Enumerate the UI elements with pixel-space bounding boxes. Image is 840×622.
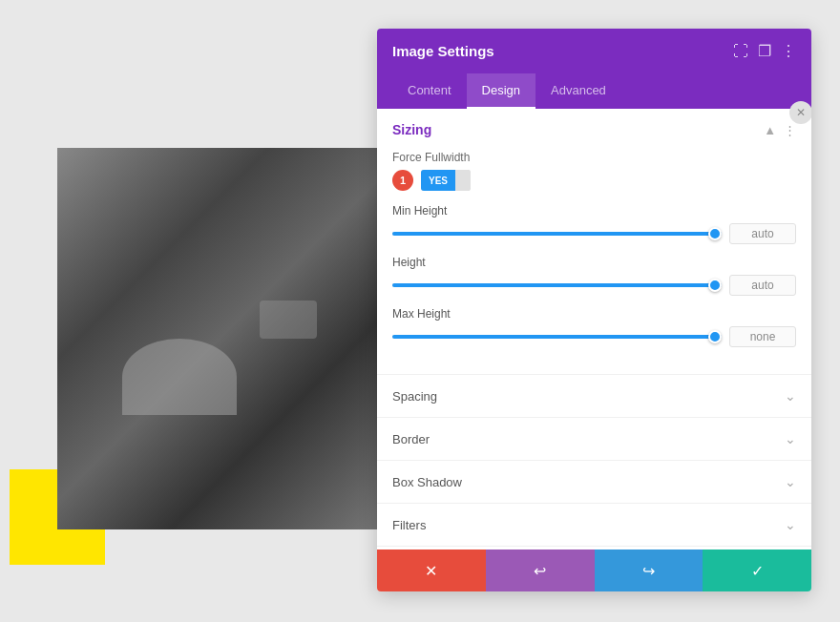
box-shadow-section[interactable]: Box Shadow ⌄ bbox=[377, 461, 811, 504]
tab-design[interactable]: Design bbox=[467, 73, 536, 109]
min-height-control bbox=[392, 223, 796, 244]
spacing-chevron: ⌄ bbox=[785, 388, 796, 404]
min-height-row: Min Height bbox=[392, 204, 796, 244]
max-height-row: Max Height bbox=[392, 307, 796, 347]
height-fill bbox=[392, 283, 722, 287]
panel-header: Image Settings ⛶ ❐ ⋮ bbox=[377, 29, 811, 73]
min-height-thumb[interactable] bbox=[708, 227, 722, 240]
max-height-track[interactable] bbox=[392, 335, 722, 339]
undo-icon: ↩ bbox=[534, 562, 546, 580]
sizing-collapse-icon[interactable]: ▲ bbox=[764, 123, 776, 137]
border-label: Border bbox=[392, 432, 430, 446]
max-height-thumb[interactable] bbox=[708, 330, 722, 343]
max-height-fill bbox=[392, 335, 722, 339]
sizing-more-icon[interactable]: ⋮ bbox=[784, 123, 796, 137]
height-track[interactable] bbox=[392, 283, 722, 287]
toggle-switch[interactable]: YES bbox=[421, 170, 471, 191]
kitchen-image-inner bbox=[57, 148, 382, 529]
close-button[interactable]: ✕ bbox=[789, 101, 811, 124]
filters-label: Filters bbox=[392, 518, 426, 532]
undo-button[interactable]: ↩ bbox=[486, 549, 595, 591]
sizing-title: Sizing bbox=[392, 122, 431, 137]
cancel-button[interactable]: ✕ bbox=[377, 549, 486, 591]
panel-title: Image Settings bbox=[392, 43, 494, 59]
panel-footer: ✕ ↩ ↪ ✓ bbox=[377, 549, 811, 591]
filters-chevron: ⌄ bbox=[785, 517, 796, 532]
kitchen-image bbox=[57, 148, 382, 529]
height-label: Height bbox=[392, 256, 796, 269]
panel-content[interactable]: Sizing ▲ ⋮ Force Fullwidth 1 YES bbox=[377, 109, 811, 549]
force-fullwidth-label: Force Fullwidth bbox=[392, 151, 796, 164]
max-height-control bbox=[392, 326, 796, 347]
filters-section[interactable]: Filters ⌄ bbox=[377, 504, 811, 547]
min-height-label: Min Height bbox=[392, 204, 796, 218]
border-chevron: ⌄ bbox=[785, 431, 796, 446]
min-height-fill bbox=[392, 232, 722, 236]
spacing-section[interactable]: Spacing ⌄ bbox=[377, 375, 811, 418]
tab-advanced[interactable]: Advanced bbox=[536, 73, 621, 109]
redo-button[interactable]: ↪ bbox=[595, 549, 704, 591]
save-icon: ✓ bbox=[751, 562, 764, 580]
height-thumb[interactable] bbox=[708, 279, 722, 292]
border-section[interactable]: Border ⌄ bbox=[377, 418, 811, 461]
sizing-content: Force Fullwidth 1 YES Min Height bbox=[377, 151, 811, 374]
duplicate-icon[interactable]: ❐ bbox=[758, 42, 771, 60]
max-height-label: Max Height bbox=[392, 307, 796, 321]
sizing-section: Sizing ▲ ⋮ Force Fullwidth 1 YES bbox=[377, 109, 811, 375]
toggle-row: 1 YES bbox=[392, 170, 796, 191]
sizing-section-header[interactable]: Sizing ▲ ⋮ bbox=[377, 109, 811, 151]
save-button[interactable]: ✓ bbox=[703, 549, 811, 591]
tab-content[interactable]: Content bbox=[392, 73, 467, 109]
panel-header-icons: ⛶ ❐ ⋮ bbox=[733, 42, 796, 60]
box-shadow-label: Box Shadow bbox=[392, 475, 462, 489]
tabs: Content Design Advanced bbox=[377, 73, 811, 109]
more-icon[interactable]: ⋮ bbox=[781, 42, 796, 60]
height-control bbox=[392, 275, 796, 296]
box-shadow-chevron: ⌄ bbox=[785, 474, 796, 489]
redo-icon: ↪ bbox=[642, 562, 655, 580]
step-badge: 1 bbox=[392, 170, 413, 191]
height-row: Height bbox=[392, 256, 796, 296]
spacing-label: Spacing bbox=[392, 389, 437, 404]
toggle-no bbox=[455, 170, 471, 191]
sizing-header-icons: ▲ ⋮ bbox=[764, 123, 796, 137]
max-height-input[interactable] bbox=[729, 326, 796, 347]
image-settings-panel: Image Settings ⛶ ❐ ⋮ Content Design Adva… bbox=[377, 29, 811, 591]
height-input[interactable] bbox=[729, 275, 796, 296]
close-icon: ✕ bbox=[796, 106, 806, 119]
force-fullwidth-row: Force Fullwidth 1 YES bbox=[392, 151, 796, 191]
toggle-yes[interactable]: YES bbox=[421, 170, 455, 191]
min-height-input[interactable] bbox=[729, 223, 796, 244]
min-height-track[interactable] bbox=[392, 232, 722, 236]
cancel-icon: ✕ bbox=[425, 562, 437, 580]
fullscreen-icon[interactable]: ⛶ bbox=[733, 43, 748, 60]
